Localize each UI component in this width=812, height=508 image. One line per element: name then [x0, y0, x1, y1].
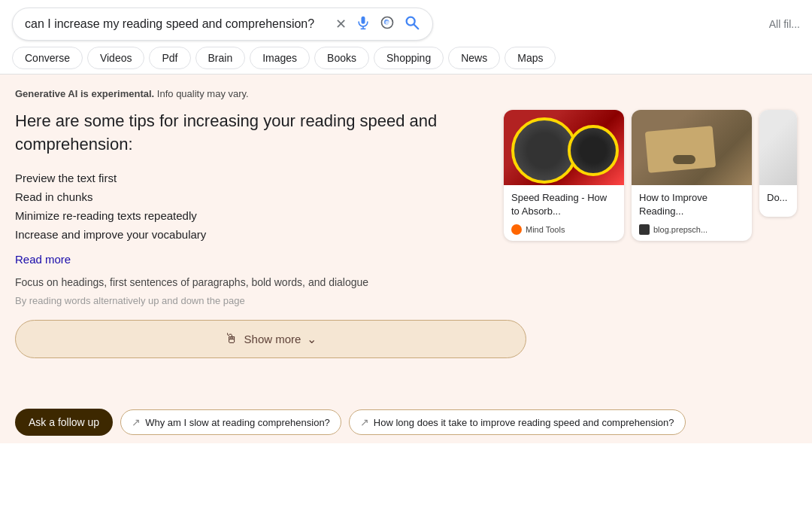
search-bar-row: ✕ — [12, 8, 800, 41]
ai-extra-text: Focus on headings, first sentences of pa… — [15, 275, 486, 291]
ai-card-improve-reading[interactable]: How to Improve Reading... blog.prepsch..… — [632, 110, 752, 241]
ai-extra-faded: By reading words alternatively up and do… — [15, 294, 486, 309]
header: ✕ — [0, 0, 812, 75]
chip-shopping[interactable]: Shopping — [374, 47, 444, 69]
ai-heading: Here are some tips for increasing your r… — [15, 110, 486, 157]
ai-content-row: Here are some tips for increasing your r… — [15, 110, 797, 308]
followup-bar: Ask a follow up ↗ Why am I slow at readi… — [0, 401, 812, 443]
read-more-link[interactable]: Read more — [15, 253, 486, 266]
chip-brain[interactable]: Brain — [195, 47, 246, 69]
ai-disclaimer-strong: Generative AI is experimental. — [15, 88, 154, 99]
chip-pdf[interactable]: Pdf — [149, 47, 190, 69]
search-input[interactable] — [25, 17, 329, 31]
ai-cards-col: Speed Reading - How to Absorb... Mind To… — [504, 110, 797, 308]
filter-chips: Converse Videos Pdf Brain Images Books S… — [12, 47, 800, 74]
ai-text-col: Here are some tips for increasing your r… — [15, 110, 486, 308]
tip-minimize: Minimize re-reading texts repeatedly — [15, 206, 486, 225]
ai-section: Generative AI is experimental. Info qual… — [0, 75, 812, 443]
lens-icon[interactable] — [380, 15, 395, 33]
cursor-icon: 🖱 — [225, 331, 238, 347]
card-body-third: Do... — [759, 185, 797, 217]
source-dot-dark — [639, 224, 650, 235]
source-dot-orange — [511, 224, 522, 235]
source-name-book: blog.prepsch... — [653, 225, 707, 234]
card-source-book: blog.prepsch... — [639, 224, 744, 235]
tip-preview: Preview the text first — [15, 169, 486, 187]
ask-followup-button[interactable]: Ask a follow up — [15, 409, 113, 436]
chip-videos[interactable]: Videos — [87, 47, 145, 69]
search-bar: ✕ — [12, 8, 433, 41]
ai-card-third[interactable]: Do... — [759, 110, 797, 217]
card-image-book — [632, 110, 752, 185]
mic-icon[interactable] — [356, 15, 371, 33]
followup-text-1: Why am I slow at reading comprehension? — [145, 417, 330, 428]
tip-chunks: Read in chunks — [15, 187, 486, 206]
card-title-speed: Speed Reading - How to Absorb... — [511, 191, 617, 218]
show-more-button[interactable]: 🖱 Show more ⌄ — [15, 320, 526, 358]
chip-books[interactable]: Books — [314, 47, 369, 69]
chip-converse[interactable]: Converse — [12, 47, 83, 69]
ai-card-speed-reading[interactable]: Speed Reading - How to Absorb... Mind To… — [504, 110, 624, 241]
followup-arrow-2: ↗ — [360, 416, 369, 428]
chevron-down-icon: ⌄ — [307, 332, 317, 346]
followup-chip-2[interactable]: ↗ How long does it take to improve readi… — [349, 409, 686, 435]
svg-line-6 — [414, 25, 419, 29]
card-title-third: Do... — [767, 191, 789, 205]
clear-icon[interactable]: ✕ — [335, 17, 347, 31]
chip-images[interactable]: Images — [250, 47, 310, 69]
chip-news[interactable]: News — [448, 47, 500, 69]
card-title-book: How to Improve Reading... — [639, 191, 744, 218]
followup-text-2: How long does it take to improve reading… — [374, 417, 674, 428]
followup-chip-1[interactable]: ↗ Why am I slow at reading comprehension… — [120, 409, 341, 435]
source-name-speed: Mind Tools — [526, 225, 565, 234]
ai-disclaimer: Generative AI is experimental. Info qual… — [15, 88, 797, 99]
card-image-speed — [504, 110, 624, 185]
svg-rect-0 — [362, 17, 365, 24]
search-icon-group: ✕ — [335, 14, 420, 34]
show-more-label: Show more — [244, 333, 301, 345]
chip-maps[interactable]: Maps — [504, 47, 556, 69]
svg-point-4 — [386, 21, 389, 25]
card-source-speed: Mind Tools — [511, 224, 617, 235]
show-more-container: 🖱 Show more ⌄ — [15, 320, 797, 366]
ai-tips-list: Preview the text first Read in chunks Mi… — [15, 169, 486, 244]
all-filters-label[interactable]: All fil... — [769, 18, 800, 30]
ai-disclaimer-suffix: Info quality may vary. — [154, 88, 248, 99]
card-body-book: How to Improve Reading... blog.prepsch..… — [632, 185, 752, 241]
followup-arrow-1: ↗ — [132, 416, 141, 428]
search-submit-icon[interactable] — [404, 14, 420, 34]
tip-vocabulary: Increase and improve your vocabulary — [15, 225, 486, 244]
card-image-third — [759, 110, 797, 185]
card-body-speed: Speed Reading - How to Absorb... Mind To… — [504, 185, 624, 241]
